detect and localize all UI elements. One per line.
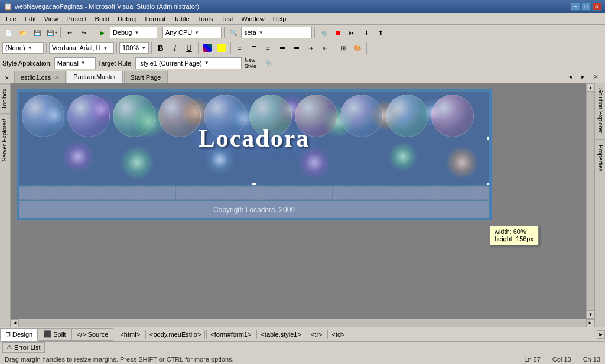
redo-button[interactable]: ↪ <box>77 27 90 38</box>
breadcrumb-table[interactable]: <table.style1> <box>256 330 305 339</box>
debug-mode-dropdown[interactable]: Debug ▼ <box>110 27 157 38</box>
server-explorer-tab[interactable]: Server Explorer! <box>0 113 10 166</box>
source-label: Source <box>88 331 109 338</box>
bullets-button[interactable]: ≔ <box>276 42 289 54</box>
minimize-button[interactable]: ─ <box>571 2 580 11</box>
tab-padrao[interactable]: Padrao.Master <box>67 71 122 83</box>
size-label: 100% <box>122 44 139 51</box>
menu-help[interactable]: Help <box>269 14 290 24</box>
menu-table[interactable]: Table <box>170 14 193 24</box>
restore-button[interactable]: □ <box>581 2 591 11</box>
design-label: Design <box>12 331 32 338</box>
split-view-button[interactable]: ⬛ Split <box>38 328 71 341</box>
breadcrumb-td[interactable]: <td> <box>327 330 349 339</box>
scrollbar-down-button[interactable]: ▼ <box>587 310 594 318</box>
close-all-tab-button[interactable]: ✕ <box>2 73 12 83</box>
outdent-button[interactable]: ⇤ <box>318 42 331 54</box>
design-view-button[interactable]: ⊞ Design <box>0 328 38 341</box>
nav-section <box>19 186 489 200</box>
align-left-button[interactable]: ≡ <box>233 42 246 54</box>
break-button[interactable]: ⏹ <box>331 27 344 38</box>
menu-bar: File Edit View Project Build Debug Forma… <box>0 13 605 25</box>
menu-view[interactable]: View <box>41 14 62 24</box>
undo-button[interactable]: ↩ <box>63 27 76 38</box>
close-button[interactable]: ✕ <box>592 2 601 11</box>
style-dropdown[interactable]: (None) ▼ <box>2 42 44 54</box>
menu-project[interactable]: Project <box>63 14 90 24</box>
tooltip-width: width: 60% <box>495 228 534 235</box>
save-all-button[interactable]: 💾+ <box>45 27 58 38</box>
step-out-button[interactable]: ⬆ <box>374 27 387 38</box>
font-dropdown[interactable]: Verdana, Arial, H ▼ <box>49 42 114 54</box>
tab-close-active[interactable]: ✕ <box>590 71 603 83</box>
error-list-button[interactable]: ⚠ Error List <box>2 342 45 353</box>
design-canvas: Locadora <box>11 83 594 327</box>
underline-button[interactable]: U <box>183 42 196 54</box>
italic-button[interactable]: I <box>168 42 181 54</box>
menu-debug[interactable]: Debug <box>114 14 140 24</box>
new-file-button[interactable]: 📄 <box>2 27 15 38</box>
color-button[interactable] <box>201 42 214 54</box>
align-center-button[interactable]: ☰ <box>248 42 261 54</box>
right-panels: Solution Explorer! Properties <box>594 83 605 327</box>
properties-tab[interactable]: Properties <box>595 140 605 177</box>
tab-scroll-left[interactable]: ◄ <box>564 71 577 83</box>
breadcrumb-form[interactable]: <form#form1> <box>206 330 255 339</box>
project-dropdown[interactable]: seta ▼ <box>241 27 312 38</box>
scrollbar-left-button[interactable]: ◄ <box>11 319 19 327</box>
table-button[interactable]: ⊞ <box>337 42 350 54</box>
attach-style-button[interactable]: 📎 <box>259 57 277 69</box>
tab-startpage[interactable]: Start Page <box>124 71 168 83</box>
styles-button[interactable]: 🎨 <box>351 42 364 54</box>
bold-button[interactable]: B <box>154 42 167 54</box>
menu-tools[interactable]: Tools <box>194 14 217 24</box>
resize-handle-corner[interactable] <box>487 183 489 186</box>
menu-test[interactable]: Test <box>217 14 236 24</box>
find-button[interactable]: 🔍 <box>227 27 240 38</box>
resize-handle-bottom[interactable] <box>252 183 256 186</box>
size-dropdown[interactable]: 100% ▼ <box>119 42 149 54</box>
style-label: (None) <box>5 44 25 51</box>
app-dropdown[interactable]: Manual ▼ <box>54 57 96 69</box>
menu-build[interactable]: Build <box>92 14 113 24</box>
resize-handle-right[interactable] <box>487 136 489 141</box>
source-view-button[interactable]: </> Source <box>71 328 114 341</box>
solution-explorer-tab[interactable]: Solution Explorer! <box>595 83 605 140</box>
scrollbar-right-button[interactable]: ► <box>586 319 594 327</box>
font-dropdown-arrow: ▼ <box>103 46 108 51</box>
breadcrumb-html[interactable]: <html> <box>116 330 144 339</box>
toolbox-tab[interactable]: Toolbox <box>0 83 10 113</box>
footer-text: Copyrigth Locadora. 2009 <box>213 206 295 214</box>
menu-window[interactable]: Window <box>238 14 268 24</box>
menu-format[interactable]: Format <box>142 14 170 24</box>
rule-dropdown[interactable]: .style1 (Current Page) ▼ <box>135 57 242 69</box>
breadcrumb-scroll-button[interactable]: ► <box>597 330 605 339</box>
start-debug-button[interactable]: ▶ <box>96 27 109 38</box>
horizontal-scrollbar[interactable]: ◄ ► <box>11 318 594 327</box>
new-style-button[interactable]: New Style <box>244 57 257 69</box>
cpu-dropdown[interactable]: Any CPU ▼ <box>162 27 222 38</box>
info-bar: Drag margin handles to resize margins. P… <box>0 353 605 364</box>
breadcrumb-tr[interactable]: <tr> <box>307 330 327 339</box>
align-right-button[interactable]: ≡ <box>262 42 275 54</box>
separator-10 <box>230 42 231 54</box>
open-file-button[interactable]: 📂 <box>17 27 30 38</box>
highlight-button[interactable] <box>215 42 228 54</box>
tab-estilo1[interactable]: estilo1.css ✕ <box>14 71 66 83</box>
step-into-button[interactable]: ⬇ <box>360 27 373 38</box>
step-over-button[interactable]: ⏭ <box>346 27 359 38</box>
save-button[interactable]: 💾 <box>31 27 44 38</box>
status-message: Drag margin handles to resize margins. P… <box>5 356 234 363</box>
scrollbar-up-button[interactable]: ▲ <box>587 83 594 92</box>
breadcrumb-body[interactable]: <body.meuEstilo> <box>145 330 205 339</box>
vertical-scrollbar[interactable]: ▲ ▼ <box>586 83 594 318</box>
source-icon: </> <box>77 331 86 338</box>
menu-file[interactable]: File <box>2 14 20 24</box>
tab-scroll-right[interactable]: ► <box>577 71 590 83</box>
indent-button[interactable]: ⇥ <box>304 42 317 54</box>
menu-edit[interactable]: Edit <box>21 14 40 24</box>
separator-6 <box>46 42 47 54</box>
attach-button[interactable]: 📎 <box>317 27 330 38</box>
numbering-button[interactable]: ≔ <box>290 42 303 54</box>
tab-close-estilo1[interactable]: ✕ <box>54 74 59 80</box>
